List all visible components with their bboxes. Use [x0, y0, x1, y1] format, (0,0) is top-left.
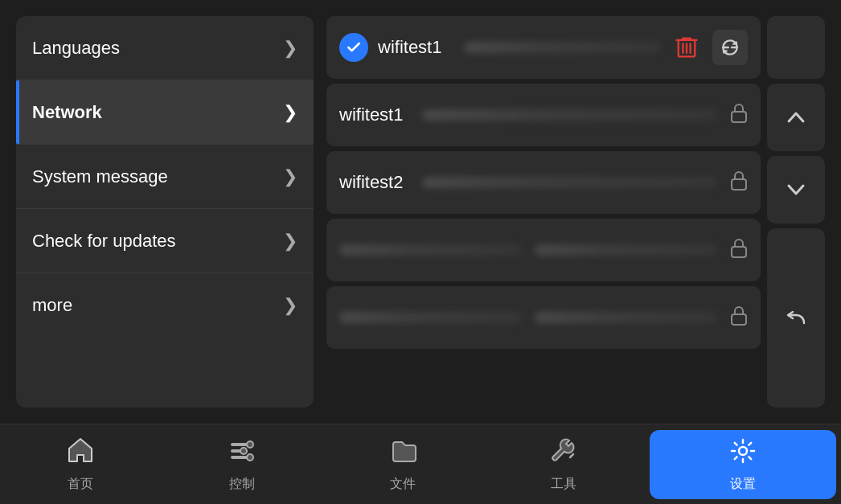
wifi-item-name: wifitest2	[339, 172, 403, 193]
refresh-wifi-button[interactable]	[712, 30, 748, 65]
sidebar-item-more[interactable]: more ❯	[16, 273, 314, 338]
wifi-signal-blur	[422, 109, 717, 121]
nav-item-tools[interactable]: 工具	[483, 428, 644, 501]
chevron-right-icon: ❯	[283, 166, 297, 187]
wifi-panel: wifitest1	[326, 16, 825, 408]
chevron-right-icon: ❯	[283, 295, 297, 316]
wifi-list-item[interactable]: wifitest2	[326, 151, 761, 214]
nav-label-settings: 设置	[730, 476, 756, 493]
nav-label-home: 首页	[68, 476, 93, 493]
svg-rect-7	[732, 247, 746, 257]
sidebar-item-label: more	[32, 295, 72, 316]
wifi-item-name: wifitest1	[339, 104, 403, 125]
top-spacer	[767, 16, 825, 79]
sidebar-item-label: System message	[32, 166, 168, 187]
sidebar-item-label: Check for updates	[32, 231, 176, 252]
wifi-connected-actions	[669, 30, 748, 65]
sidebar-item-label: Network	[32, 102, 102, 123]
svg-rect-8	[732, 314, 746, 325]
side-controls	[767, 16, 825, 408]
tool-icon	[549, 436, 578, 471]
wifi-connected-item: wifitest1	[326, 16, 761, 79]
connected-check-icon	[339, 33, 368, 62]
lock-icon	[730, 305, 748, 330]
reply-button[interactable]	[767, 228, 825, 408]
nav-label-files: 文件	[390, 476, 416, 493]
sidebar-item-system-message[interactable]: System message ❯	[16, 145, 314, 209]
chevron-right-icon: ❯	[283, 38, 297, 59]
svg-rect-5	[732, 112, 746, 122]
nav-item-control[interactable]: 控制	[161, 428, 322, 501]
nav-item-home[interactable]: 首页	[0, 428, 161, 501]
chevron-right-icon: ❯	[283, 102, 297, 123]
sidebar-item-network[interactable]: Network ❯	[16, 80, 314, 145]
wifi-list-item[interactable]	[326, 286, 761, 349]
sidebar-item-languages[interactable]: Languages ❯	[16, 16, 314, 80]
sidebar: Languages ❯ Network ❯ System message ❯ C…	[16, 16, 314, 408]
lock-icon	[730, 102, 748, 128]
control-icon	[228, 436, 256, 471]
nav-item-settings[interactable]: 设置	[650, 430, 836, 499]
svg-point-12	[247, 441, 253, 448]
wifi-connected-info: wifitest1	[339, 33, 661, 62]
settings-icon	[728, 436, 757, 471]
scroll-down-button[interactable]	[767, 156, 825, 223]
svg-rect-6	[732, 179, 746, 190]
nav-label-control: 控制	[229, 476, 255, 493]
connected-wifi-name: wifitest1	[378, 37, 441, 58]
wifi-list-item[interactable]: wifitest1	[326, 84, 761, 146]
svg-point-16	[739, 447, 747, 455]
wifi-name-blur	[339, 244, 522, 256]
bottom-nav: 首页 控制 文件 工具	[0, 424, 841, 504]
sidebar-item-check-for-updates[interactable]: Check for updates ❯	[16, 209, 314, 273]
svg-point-13	[240, 448, 247, 454]
file-icon	[388, 436, 417, 471]
nav-label-tools: 工具	[551, 476, 576, 493]
svg-point-14	[247, 454, 253, 461]
scroll-up-button[interactable]	[767, 84, 825, 151]
wifi-list-item[interactable]	[326, 219, 761, 281]
chevron-right-icon: ❯	[283, 231, 297, 252]
lock-icon	[730, 237, 748, 263]
svg-line-15	[570, 454, 573, 457]
wifi-signal-blur	[422, 177, 717, 188]
wifi-name-blur	[339, 312, 522, 323]
wifi-signal-blur	[535, 244, 717, 256]
home-icon	[66, 436, 95, 471]
wifi-list: wifitest1	[326, 16, 761, 408]
nav-item-files[interactable]: 文件	[322, 428, 483, 501]
delete-wifi-button[interactable]	[669, 30, 704, 65]
sidebar-item-label: Languages	[32, 38, 120, 59]
wifi-signal-blur	[464, 42, 661, 53]
wifi-signal-blur	[535, 312, 717, 323]
lock-icon	[730, 170, 748, 195]
